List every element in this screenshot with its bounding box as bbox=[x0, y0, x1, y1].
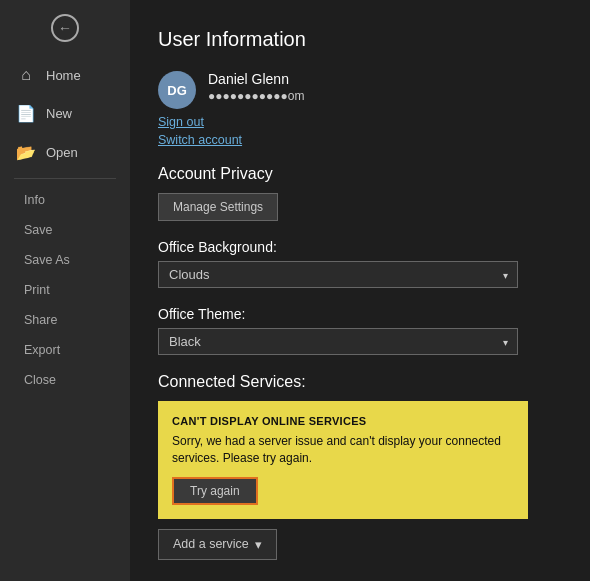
sidebar-sub-saveas-label: Save As bbox=[24, 253, 70, 267]
back-button[interactable]: ← bbox=[0, 0, 130, 56]
office-theme-label: Office Theme: bbox=[158, 306, 562, 322]
sidebar-sub-save-label: Save bbox=[24, 223, 53, 237]
connected-services-title: Connected Services: bbox=[158, 373, 562, 391]
user-name: Daniel Glenn bbox=[208, 71, 304, 87]
warning-message: Sorry, we had a server issue and can't d… bbox=[172, 433, 514, 467]
sidebar-sub-close-label: Close bbox=[24, 373, 56, 387]
sidebar-sub-info-label: Info bbox=[24, 193, 45, 207]
try-again-button[interactable]: Try again bbox=[172, 477, 258, 505]
sidebar-item-home[interactable]: ⌂ Home bbox=[0, 56, 130, 94]
office-background-select[interactable]: Clouds None Circuit Lunchbox Beach bbox=[158, 261, 518, 288]
sidebar: ← ⌂ Home 📄 New 📂 Open Info Save Save As … bbox=[0, 0, 130, 581]
office-background-label: Office Background: bbox=[158, 239, 562, 255]
manage-settings-button[interactable]: Manage Settings bbox=[158, 193, 278, 221]
main-content: User Information DG Daniel Glenn ●●●●●●●… bbox=[130, 0, 590, 581]
user-info: Daniel Glenn ●●●●●●●●●●●om bbox=[208, 71, 304, 103]
back-icon: ← bbox=[51, 14, 79, 42]
sidebar-item-export[interactable]: Export bbox=[0, 335, 130, 365]
add-service-label: Add a service bbox=[173, 537, 249, 551]
sidebar-item-new-label: New bbox=[46, 106, 72, 121]
office-theme-dropdown-wrapper: Black Dark Gray Colorful White ▾ bbox=[158, 328, 518, 355]
links-section: Sign out Switch account bbox=[158, 115, 562, 147]
sidebar-item-save-as[interactable]: Save As bbox=[0, 245, 130, 275]
add-service-arrow-icon: ▾ bbox=[255, 537, 262, 552]
account-privacy-title: Account Privacy bbox=[158, 165, 562, 183]
sidebar-item-open-label: Open bbox=[46, 145, 78, 160]
warning-box: CAN'T DISPLAY ONLINE SERVICES Sorry, we … bbox=[158, 401, 528, 519]
user-email: ●●●●●●●●●●●om bbox=[208, 89, 304, 103]
user-section: DG Daniel Glenn ●●●●●●●●●●●om bbox=[158, 71, 562, 109]
sidebar-item-new[interactable]: 📄 New bbox=[0, 94, 130, 133]
sidebar-item-print[interactable]: Print bbox=[0, 275, 130, 305]
warning-title: CAN'T DISPLAY ONLINE SERVICES bbox=[172, 415, 514, 427]
sidebar-item-info[interactable]: Info bbox=[0, 185, 130, 215]
add-service-button[interactable]: Add a service ▾ bbox=[158, 529, 277, 560]
sidebar-divider bbox=[14, 178, 116, 179]
sidebar-item-save[interactable]: Save bbox=[0, 215, 130, 245]
sidebar-item-open[interactable]: 📂 Open bbox=[0, 133, 130, 172]
office-theme-select[interactable]: Black Dark Gray Colorful White bbox=[158, 328, 518, 355]
page-title: User Information bbox=[158, 28, 562, 51]
sidebar-sub-print-label: Print bbox=[24, 283, 50, 297]
office-background-dropdown-wrapper: Clouds None Circuit Lunchbox Beach ▾ bbox=[158, 261, 518, 288]
home-icon: ⌂ bbox=[16, 66, 36, 84]
avatar: DG bbox=[158, 71, 196, 109]
sign-out-link[interactable]: Sign out bbox=[158, 115, 204, 129]
new-icon: 📄 bbox=[16, 104, 36, 123]
sidebar-item-share[interactable]: Share bbox=[0, 305, 130, 335]
sidebar-item-home-label: Home bbox=[46, 68, 81, 83]
sidebar-sub-export-label: Export bbox=[24, 343, 60, 357]
sidebar-item-close[interactable]: Close bbox=[0, 365, 130, 395]
open-icon: 📂 bbox=[16, 143, 36, 162]
switch-account-link[interactable]: Switch account bbox=[158, 133, 242, 147]
sidebar-sub-share-label: Share bbox=[24, 313, 57, 327]
